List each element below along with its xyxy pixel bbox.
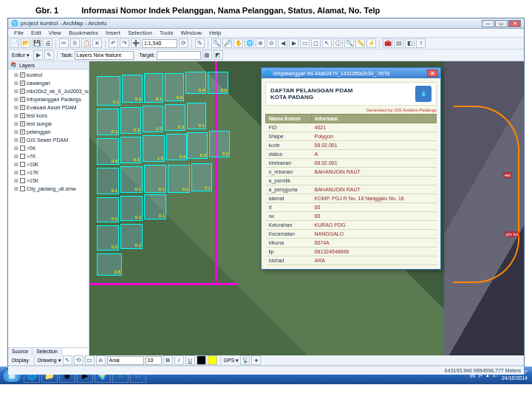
menu-bookmarks[interactable]: Bookmarks (65, 29, 102, 37)
menu-selection[interactable]: Selection (124, 29, 156, 37)
layer-checkbox[interactable] (20, 146, 25, 151)
measure-icon[interactable]: 📏 (355, 38, 365, 48)
print-icon[interactable]: 🖨 (43, 38, 52, 48)
pan-icon[interactable]: ✋ (233, 38, 243, 48)
find-icon[interactable]: 🔍 (344, 38, 354, 48)
layer-checkbox[interactable]: ✓ (20, 129, 25, 134)
tab-selection[interactable]: Selection (33, 348, 62, 355)
parcel-feature[interactable]: 0.3 (209, 131, 230, 157)
layer-item[interactable]: ⊞✓Infopelanggan Padangs (10, 95, 87, 103)
clear-selection-icon[interactable]: ◻ (311, 38, 321, 48)
parcel-feature[interactable]: 0.4 (166, 134, 187, 160)
window-titlebar[interactable]: 🌐 project kontrol - ArcMap - ArcInfo — ▭… (8, 18, 524, 29)
delete-icon[interactable]: ✕ (92, 38, 102, 48)
underline-icon[interactable]: U (185, 355, 195, 365)
refresh-icon[interactable]: ⟳ (179, 38, 188, 48)
layer-item[interactable]: ⊞✓cawangan (10, 79, 87, 87)
copy-icon[interactable]: ⎘ (70, 38, 80, 48)
rect-icon[interactable]: ▭ (85, 355, 95, 365)
layer-checkbox[interactable] (20, 170, 25, 175)
next-extent-icon[interactable]: ▶ (289, 38, 299, 48)
parcel-feature[interactable]: 0.5 (120, 137, 141, 163)
select-elements-icon[interactable]: ↖ (322, 38, 332, 48)
save-icon[interactable]: 💾 (32, 38, 41, 48)
layer-item[interactable]: ⊞>15K (10, 177, 87, 185)
fontsize-input[interactable] (146, 356, 162, 365)
minimize-button[interactable]: — (482, 20, 494, 27)
layer-checkbox[interactable] (20, 162, 25, 167)
layer-item[interactable]: ⊞>7K (10, 152, 87, 160)
parcel-feature[interactable]: 0.2 (97, 197, 119, 222)
rotate-icon[interactable]: ⟲ (74, 355, 83, 365)
add-data-icon[interactable]: ➕ (131, 38, 140, 48)
drawing-label[interactable]: Drawing ▾ (38, 358, 61, 364)
layer-tree[interactable]: ⊞✓kontrol⊞✓cawangan⊞✓mbr20c2_ek_6_Jul200… (8, 69, 89, 347)
target-input[interactable] (157, 51, 201, 60)
layer-item[interactable]: ⊞>10K (10, 160, 87, 168)
fontcolor-icon[interactable] (197, 355, 206, 365)
parcel-feature[interactable]: 1.0 (143, 106, 163, 132)
parcel-feature[interactable]: 0.2 (97, 225, 119, 250)
parcel-feature[interactable]: 0.4 (97, 138, 119, 165)
menu-insert[interactable]: Insert (102, 29, 124, 37)
parcel-feature[interactable]: 0.1 (168, 165, 190, 193)
parcel-feature[interactable]: 0.8 (97, 253, 122, 276)
scale-input[interactable] (142, 39, 177, 48)
menu-tools[interactable]: Tools (156, 29, 177, 37)
editor-label[interactable]: Editor ▾ (10, 52, 32, 58)
font-select[interactable] (107, 356, 144, 365)
parcel-feature[interactable]: 0.4 (185, 72, 206, 94)
pointer-icon[interactable]: ↖ (63, 355, 72, 365)
map-view[interactable]: 0.10.60.10.50.10.31.00.30.10.40.51.00.40… (89, 61, 524, 355)
menu-window[interactable]: Window (177, 29, 205, 37)
zoom-out-icon[interactable]: 🔎 (222, 38, 232, 48)
sketch-tool-icon[interactable]: ✎ (44, 50, 54, 60)
layer-item[interactable]: ⊞✓text sungai (10, 120, 87, 128)
help-icon[interactable]: ? (416, 38, 426, 48)
layer-item[interactable]: ⊞✓pelanggan (10, 128, 87, 136)
layer-item[interactable]: ⊞City_padang_uti.smw (10, 185, 87, 193)
close-button[interactable]: ✕ (508, 20, 521, 27)
redo-icon[interactable]: ↷ (120, 38, 129, 48)
parcel-feature[interactable]: 0.5 (165, 73, 184, 101)
edit-tool-icon[interactable]: ▶ (33, 50, 43, 60)
gps-connect-icon[interactable]: 📡 (240, 355, 250, 365)
menu-help[interactable]: Help (205, 29, 225, 37)
sketch-props-icon[interactable]: ◩ (214, 50, 223, 60)
layer-checkbox[interactable] (20, 186, 25, 191)
open-icon[interactable]: 📂 (21, 38, 30, 48)
layer-item[interactable]: ⊞>17K (10, 168, 87, 177)
identify-icon[interactable]: ⓘ (333, 38, 343, 48)
layer-checkbox[interactable]: ✓ (20, 137, 25, 143)
parcel-feature[interactable]: 0.6 (122, 75, 143, 103)
cmd-icon[interactable]: ▤ (394, 38, 403, 48)
hyperlink-icon[interactable]: ⚡ (366, 38, 376, 48)
maximize-button[interactable]: ▭ (495, 20, 508, 27)
text-icon[interactable]: A (96, 355, 106, 365)
popup-close-button[interactable]: ✕ (427, 69, 437, 77)
layer-checkbox[interactable]: ✓ (20, 105, 25, 110)
toolbox-icon[interactable]: 🧰 (383, 38, 392, 48)
task-input[interactable] (75, 51, 134, 60)
editor-toolbar-icon[interactable]: ✎ (195, 38, 205, 48)
layer-checkbox[interactable]: ✓ (20, 72, 25, 78)
menu-edit[interactable]: Edit (27, 29, 45, 37)
italic-icon[interactable]: I (174, 355, 184, 365)
layer-item[interactable]: ⊞✓Evaluasi Asset PDAM (10, 103, 87, 112)
select-features-icon[interactable]: ▭ (300, 38, 310, 48)
model-icon[interactable]: ◧ (405, 38, 415, 48)
layer-checkbox[interactable]: ✓ (20, 97, 25, 102)
parcel-feature[interactable]: 0.2 (120, 196, 143, 221)
parcel-feature[interactable]: 0.1 (144, 194, 166, 219)
fillcolor-icon[interactable] (208, 355, 217, 365)
parcel-feature[interactable]: 0.1 (97, 109, 119, 135)
parcel-feature[interactable]: 1.0 (143, 135, 165, 162)
layer-checkbox[interactable] (20, 154, 25, 159)
full-extent-icon[interactable]: 🌐 (245, 38, 254, 48)
prev-extent-icon[interactable]: ◀ (278, 38, 287, 48)
parcel-feature[interactable]: 0.2 (120, 224, 143, 249)
layer-item[interactable]: ⊞✓mbr20c2_ek_6_Jul2003_so (10, 87, 87, 95)
layer-checkbox[interactable]: ✓ (20, 121, 25, 126)
parcel-feature[interactable]: 0.1 (97, 76, 120, 106)
parcel-feature[interactable]: 0.1 (144, 165, 166, 193)
